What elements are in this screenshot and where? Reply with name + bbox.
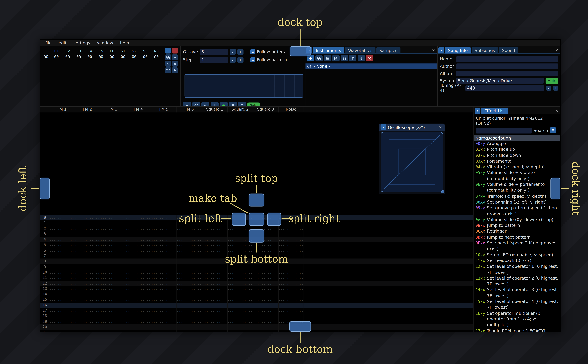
pattern-cell[interactable]: ... .. .. ...	[126, 259, 151, 264]
pattern-cell[interactable]: ... .. .. ...	[49, 242, 75, 248]
menu-window[interactable]: window	[94, 41, 117, 46]
pattern-cell[interactable]: ... .. .. ...	[177, 319, 202, 324]
pattern-cell[interactable]: ... .. .. ...	[253, 330, 278, 332]
pattern-cell[interactable]: ... .. .. ...	[151, 313, 177, 319]
pattern-cell[interactable]: ... .. .. ...	[151, 292, 177, 297]
pattern-cell[interactable]: ... .. .. ...	[49, 221, 75, 226]
effect-list-menu-button[interactable]	[475, 108, 480, 114]
pattern-cell[interactable]: ... .. .. ...	[278, 308, 304, 313]
pattern-cell[interactable]: ... .. .. ...	[253, 313, 278, 319]
pattern-cell[interactable]: ... .. .. ...	[228, 275, 253, 281]
pattern-cell[interactable]: ... .. .. ...	[151, 221, 177, 226]
pattern-cell[interactable]: ... .. .. ...	[228, 286, 253, 292]
pattern-cell[interactable]: ... .. .. ...	[100, 324, 126, 330]
pattern-cell[interactable]: ... .. .. ...	[49, 237, 75, 242]
instrument-folders-button[interactable]	[341, 55, 348, 61]
pattern-cell[interactable]: ... .. .. ...	[151, 242, 177, 248]
order-value[interactable]: 00	[51, 55, 62, 59]
pattern-cell[interactable]: ... .. .. ...	[75, 281, 100, 286]
pattern-cell[interactable]: ... .. .. ...	[151, 248, 177, 253]
instruments-tab-instruments[interactable]: Instruments	[313, 47, 344, 54]
menu-file[interactable]: file	[42, 41, 55, 46]
pattern-cell[interactable]: ... .. .. ...	[100, 231, 126, 237]
pattern-cell[interactable]: ... .. .. ...	[151, 297, 177, 302]
pattern-cell[interactable]: ... .. .. ...	[151, 324, 177, 330]
instrument-list-item[interactable]: - None -	[305, 64, 437, 69]
pattern-cell[interactable]: ... .. .. ...	[126, 319, 151, 324]
pattern-cell[interactable]: ... .. .. ...	[100, 226, 126, 231]
channel-header-fm-4[interactable]: FM 4	[126, 107, 151, 112]
instruments-tab-wavetables[interactable]: Wavetables	[345, 47, 376, 54]
channel-header-fm-3[interactable]: FM 3	[100, 107, 126, 112]
album-field[interactable]	[456, 71, 558, 76]
pattern-cell[interactable]: ... .. .. ...	[278, 302, 304, 308]
pattern-cell[interactable]: ... .. .. ...	[75, 253, 100, 259]
pattern-cell[interactable]: ... .. .. ...	[126, 308, 151, 313]
order-value[interactable]: 00	[73, 55, 84, 59]
instruments-tab-samples[interactable]: Samples	[376, 47, 400, 54]
pattern-cell[interactable]: ... .. .. ...	[177, 270, 202, 275]
pattern-cell[interactable]: ... .. .. ...	[202, 308, 228, 313]
octave-input[interactable]: 3	[200, 49, 228, 55]
channel-header-fm-5[interactable]: FM 5	[151, 107, 177, 112]
channel-header-noise[interactable]: Noise	[278, 107, 304, 112]
pattern-cell[interactable]: ... .. .. ...	[202, 237, 228, 242]
order-value[interactable]: 00	[151, 55, 162, 59]
pattern-cell[interactable]: ... .. .. ...	[177, 324, 202, 330]
pattern-cell[interactable]: ... .. .. ...	[253, 308, 278, 313]
pattern-cell[interactable]: ... .. .. ...	[151, 253, 177, 259]
dock-top-target[interactable]	[290, 46, 311, 56]
effect-item-10xy[interactable]: 10xySetup LFO (x: enable; y: speed)	[474, 252, 561, 258]
pattern-cell[interactable]: ... .. .. ...	[228, 292, 253, 297]
dock-right-target[interactable]	[550, 178, 561, 199]
pattern-cell[interactable]: ... .. .. ...	[49, 292, 75, 297]
pattern-cell[interactable]: ... .. .. ...	[49, 264, 75, 270]
pattern-cell[interactable]: ... .. .. ...	[253, 302, 278, 308]
order-value[interactable]: 00	[140, 55, 151, 59]
pattern-cell[interactable]: ... .. .. ...	[49, 330, 75, 332]
pattern-cell[interactable]: ... .. .. ...	[100, 259, 126, 264]
pattern-cell[interactable]: ... .. .. ...	[177, 330, 202, 332]
effect-item-03xx[interactable]: 03xxPortamento	[474, 158, 561, 164]
pattern-cell[interactable]: ... .. .. ...	[126, 248, 151, 253]
octave-decrease-button[interactable]: -	[230, 49, 236, 55]
pattern-cell[interactable]: ... .. .. ...	[126, 270, 151, 275]
pattern-cell[interactable]: ... .. .. ...	[202, 275, 228, 281]
pattern-cell[interactable]: ... .. .. ...	[49, 281, 75, 286]
pattern-cell[interactable]: ... .. .. ...	[278, 242, 304, 248]
author-field[interactable]	[456, 63, 558, 69]
pattern-cell[interactable]: ... .. .. ...	[228, 270, 253, 275]
order-value[interactable]: 00	[95, 55, 106, 59]
pattern-cell[interactable]: ... .. .. ...	[100, 215, 126, 221]
piano-upper-octaves[interactable]	[185, 75, 303, 86]
pattern-cell[interactable]: ... .. .. ...	[75, 313, 100, 319]
pattern-cell[interactable]: ... .. .. ...	[126, 292, 151, 297]
oscilloscope-title-bar[interactable]: Oscilloscope (X-Y)	[379, 124, 445, 131]
pattern-cell[interactable]: ... .. .. ...	[177, 231, 202, 237]
pattern-cell[interactable]: ... .. .. ...	[100, 292, 126, 297]
pattern-cell[interactable]: ... .. .. ...	[126, 253, 151, 259]
pattern-cell[interactable]: ... .. .. ...	[126, 330, 151, 332]
pattern-cell[interactable]: ... .. .. ...	[100, 281, 126, 286]
pattern-cell[interactable]: ... .. .. ...	[75, 226, 100, 231]
tab-effect-list[interactable]: Effect List	[481, 108, 508, 114]
pattern-cell[interactable]: ... .. .. ...	[202, 226, 228, 231]
pattern-cell[interactable]: ... .. .. ...	[202, 270, 228, 275]
pattern-cell[interactable]: ... .. .. ...	[75, 324, 100, 330]
pattern-cell[interactable]: ... .. .. ...	[126, 324, 151, 330]
move-instrument-down-button[interactable]	[357, 55, 365, 61]
pattern-cell[interactable]: ... .. .. ...	[177, 253, 202, 259]
pattern-cell[interactable]: ... .. .. ...	[177, 313, 202, 319]
pattern-cell[interactable]: ... .. .. ...	[253, 319, 278, 324]
effect-item-15xx[interactable]: 15xxSet level of operator 4 (0 highest, …	[474, 299, 561, 310]
pattern-cell[interactable]: ... .. .. ...	[126, 264, 151, 270]
pattern-cell[interactable]: ... .. .. ...	[177, 226, 202, 231]
pattern-cell[interactable]: ... .. .. ...	[278, 264, 304, 270]
dock-left-target[interactable]	[40, 178, 50, 199]
pattern-cell[interactable]: ... .. .. ...	[100, 308, 126, 313]
step-row-button[interactable]	[211, 102, 218, 106]
duplicate-order-button[interactable]	[165, 54, 171, 60]
pattern-cell[interactable]: ... .. .. ...	[126, 286, 151, 292]
pattern-cell[interactable]: ... .. .. ...	[75, 308, 100, 313]
pattern-cell[interactable]: ... .. .. ...	[253, 264, 278, 270]
